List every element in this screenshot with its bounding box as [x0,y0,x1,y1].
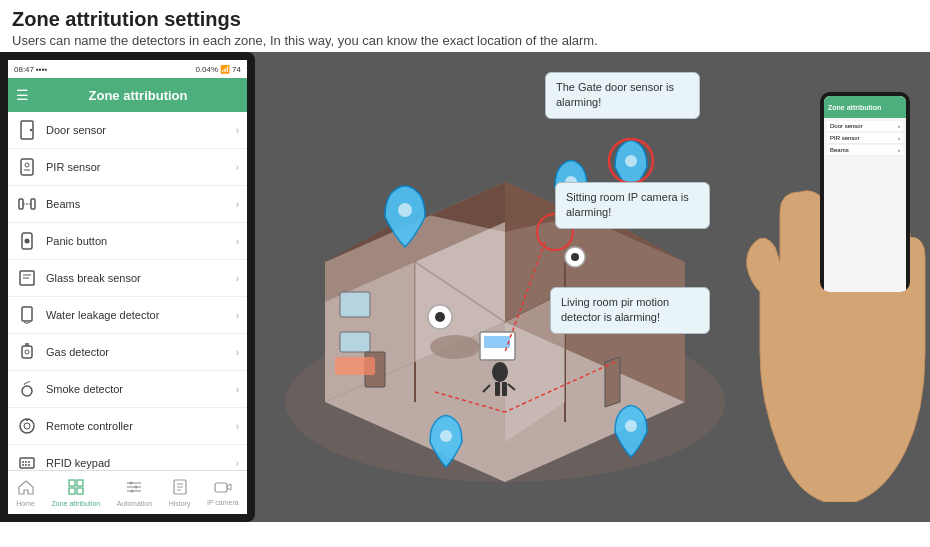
app-header-title: Zone attribution [37,88,239,103]
nav-item-home[interactable]: Home [10,477,41,509]
svg-point-36 [130,481,133,484]
svg-rect-13 [22,307,32,321]
page-title: Zone attritution settings [12,8,918,31]
status-icons: ▪▪▪▪ [36,65,47,74]
zone-nav-icon [68,479,84,499]
menu-item-water-leakage[interactable]: Water leakage detector › [8,297,247,334]
svg-point-3 [25,163,29,167]
menu-item-panic-button[interactable]: Panic button › [8,223,247,260]
svg-rect-22 [20,458,34,468]
house-area: The Gate door sensor is alarming! Sittin… [255,52,930,522]
menu-item-glass-break[interactable]: Glass break sensor › [8,260,247,297]
svg-rect-30 [77,480,83,486]
automation-nav-icon [126,479,142,499]
svg-point-64 [435,312,445,322]
app-header: ☰ Zone attribution [8,78,247,112]
menu-label-water-leakage: Water leakage detector [46,309,236,321]
menu-label-rfid-keypad: RFID keypad [46,457,236,469]
beams-arrow: › [236,199,239,210]
svg-point-15 [25,350,29,354]
remote-controller-icon [16,415,38,437]
status-right: 0.04% 📶 74 [195,65,241,74]
speech-bubble-sitting: Sitting room IP camera is alarming! [555,182,710,229]
svg-point-9 [25,239,30,244]
svg-rect-6 [31,199,35,209]
remote-controller-arrow: › [236,421,239,432]
nav-item-zone[interactable]: Zone attribution [45,477,106,509]
status-left: 08:47 ▪▪▪▪ [14,65,47,74]
svg-point-19 [20,419,34,433]
nav-item-history[interactable]: History [163,477,197,509]
rfid-keypad-arrow: › [236,458,239,469]
status-time: 08:47 [14,65,34,74]
page-subtitle: Users can name the detectors in each zon… [12,33,918,48]
menu-item-rfid-keypad[interactable]: RFID keypad › [8,445,247,470]
svg-rect-70 [495,382,500,396]
svg-point-80 [440,430,452,442]
menu-item-smoke-detector[interactable]: Smoke detector › [8,371,247,408]
nav-item-automation[interactable]: Automation [111,477,158,509]
menu-item-beams[interactable]: Beams › [8,186,247,223]
menu-item-gas-detector[interactable]: Gas detector › [8,334,247,371]
main-content: 08:47 ▪▪▪▪ 0.04% 📶 74 ☰ Zone attribution [0,52,930,522]
pir-sensor-icon [16,156,38,178]
svg-rect-61 [335,357,375,375]
menu-item-door-sensor[interactable]: Door sensor › [8,112,247,149]
svg-point-38 [131,489,134,492]
pir-sensor-arrow: › [236,162,239,173]
page-header: Zone attritution settings Users can name… [0,0,930,52]
bottom-nav: Home Zone attribution Automation [8,470,247,514]
glass-break-icon [16,267,38,289]
bubble-sitting-text: Sitting room IP camera is alarming! [566,191,689,218]
bubble-living-text: Living room pir motion detector is alarm… [561,296,669,323]
door-sensor-icon [16,119,38,141]
nav-label-ipcamera: IP camera [207,499,239,506]
smoke-detector-icon [16,378,38,400]
svg-point-62 [430,335,480,359]
history-nav-icon [172,479,188,499]
house-3d-svg [265,62,745,502]
water-leakage-icon [16,304,38,326]
ipcamera-nav-icon [214,480,232,498]
hamburger-icon[interactable]: ☰ [16,87,29,103]
svg-rect-71 [502,382,507,396]
menu-label-remote-controller: Remote controller [46,420,236,432]
svg-point-18 [22,386,32,396]
menu-item-remote-controller[interactable]: Remote controller › [8,408,247,445]
glass-break-arrow: › [236,273,239,284]
speech-bubble-gate: The Gate door sensor is alarming! [545,72,700,119]
menu-label-smoke-detector: Smoke detector [46,383,236,395]
svg-rect-32 [77,488,83,494]
menu-label-pir-sensor: PIR sensor [46,161,236,173]
nav-item-ipcamera[interactable]: IP camera [201,478,245,508]
phone-mockup: 08:47 ▪▪▪▪ 0.04% 📶 74 ☰ Zone attribution [0,52,255,522]
menu-label-beams: Beams [46,198,236,210]
svg-rect-5 [19,199,23,209]
svg-point-37 [135,485,138,488]
status-bar: 08:47 ▪▪▪▪ 0.04% 📶 74 [8,60,247,78]
svg-point-66 [571,253,579,261]
gas-detector-arrow: › [236,347,239,358]
svg-rect-14 [22,346,32,358]
menu-label-gas-detector: Gas detector [46,346,236,358]
door-sensor-arrow: › [236,125,239,136]
status-battery-level: 74 [232,65,241,74]
svg-marker-60 [605,357,620,407]
status-battery-pct: 0.04% [195,65,218,74]
svg-rect-58 [340,332,370,352]
status-wifi-icon: 📶 [220,65,230,74]
nav-label-automation: Automation [117,500,152,507]
phone-hand-area: Zone attribution Door sensor› PIR sensor… [745,52,930,522]
beams-icon [16,193,38,215]
menu-item-pir-sensor[interactable]: PIR sensor › [8,149,247,186]
svg-rect-57 [340,292,370,317]
menu-list: Door sensor › PIR sensor › Beams › [8,112,247,470]
bubble-gate-text: The Gate door sensor is alarming! [556,81,674,108]
svg-rect-31 [69,488,75,494]
rfid-keypad-icon [16,452,38,470]
gas-detector-icon [16,341,38,363]
phone-screen: 08:47 ▪▪▪▪ 0.04% 📶 74 ☰ Zone attribution [8,60,247,514]
svg-point-79 [625,155,637,167]
menu-label-glass-break: Glass break sensor [46,272,236,284]
speech-bubble-living: Living room pir motion detector is alarm… [550,287,710,334]
